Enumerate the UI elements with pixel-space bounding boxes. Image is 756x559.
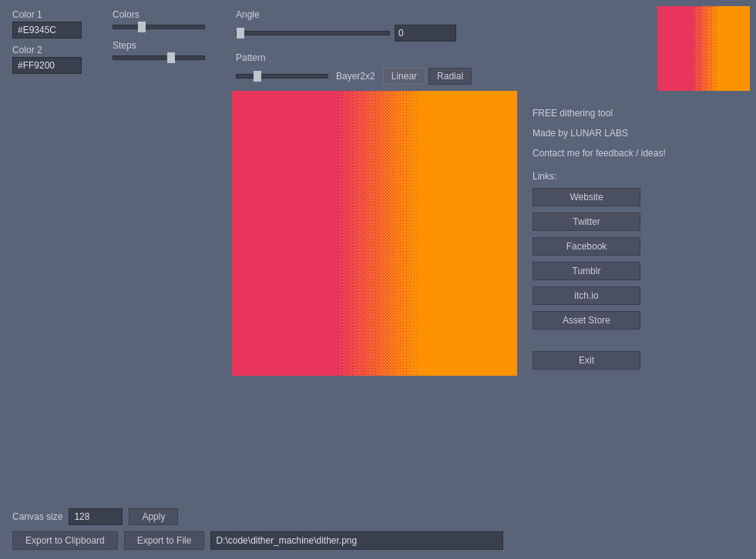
itchio-button[interactable]: itch.io	[533, 286, 640, 305]
angle-label: Angle	[236, 9, 472, 20]
pattern-slider[interactable]	[236, 74, 328, 79]
tumblr-button[interactable]: Tumblr	[533, 262, 640, 280]
canvas-size-input[interactable]	[69, 508, 123, 525]
linear-mode-button[interactable]: Linear	[383, 68, 425, 85]
angle-slider[interactable]	[236, 31, 390, 35]
preview-thumbnail	[657, 6, 750, 91]
radial-mode-button[interactable]: Radial	[428, 68, 472, 85]
export-file-button[interactable]: Export to File	[124, 531, 205, 550]
export-clipboard-button[interactable]: Export to Clipboard	[12, 531, 118, 550]
facebook-button[interactable]: Facebook	[533, 237, 640, 256]
links-label: Links:	[533, 171, 666, 182]
dither-canvas	[232, 91, 517, 376]
angle-input[interactable]	[395, 25, 456, 42]
info-line1: FREE dithering tool	[533, 106, 666, 120]
color2-label: Color 2	[12, 45, 82, 55]
info-contact: Contact me for feedback / ideas!	[533, 146, 666, 160]
asset-store-button[interactable]: Asset Store	[533, 311, 640, 330]
colors-slider[interactable]	[113, 25, 205, 29]
steps-label: Steps	[113, 40, 205, 51]
color1-label: Color 1	[12, 9, 82, 20]
colors-label: Colors	[113, 9, 205, 20]
pattern-label: Pattern	[236, 52, 472, 63]
info-line2: Made by LUNAR LABS	[533, 126, 666, 140]
apply-button[interactable]: Apply	[129, 508, 178, 525]
twitter-button[interactable]: Twitter	[533, 213, 640, 231]
file-path-input[interactable]	[210, 531, 503, 550]
dither-canvas-container	[232, 91, 517, 376]
exit-button[interactable]: Exit	[533, 351, 640, 370]
steps-slider[interactable]	[113, 55, 205, 60]
color1-input[interactable]	[12, 22, 82, 38]
website-button[interactable]: Website	[533, 188, 640, 206]
pattern-name: Bayer2x2	[336, 71, 375, 82]
right-panel: FREE dithering tool Made by LUNAR LABS C…	[533, 91, 666, 370]
bottom-controls: Canvas size Apply Export to Clipboard Ex…	[0, 500, 756, 559]
color2-input[interactable]	[12, 57, 82, 74]
canvas-size-label: Canvas size	[12, 511, 62, 522]
